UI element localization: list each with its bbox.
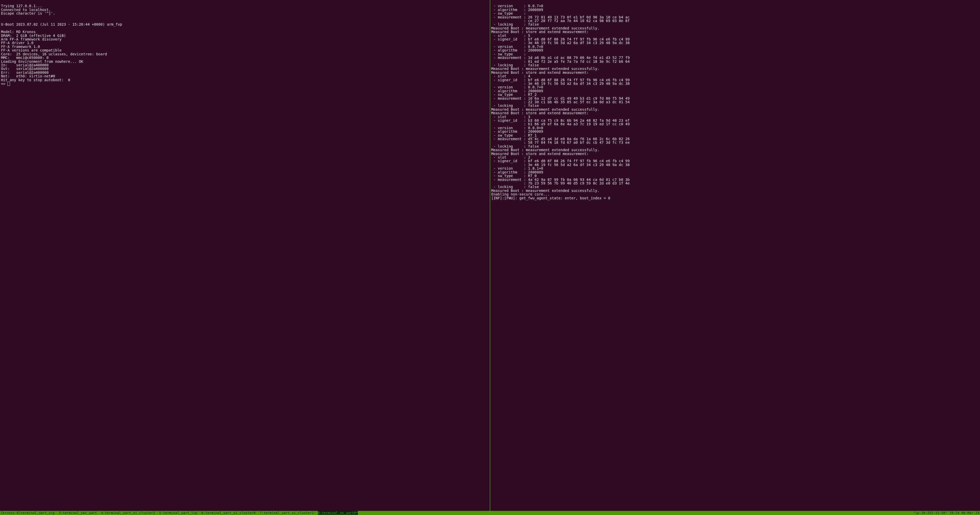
right-terminal-pane[interactable]: - version : 0.0.7+0 - algorithm : 200000… — [490, 0, 980, 511]
statusbar-left: [kronos-0]<erminal_uart_scp 3:terminal_s… — [0, 511, 358, 515]
session-name[interactable]: [kronos-0] — [0, 511, 21, 515]
clock: 19:24 06-Mar-24 — [950, 511, 980, 515]
tmux-statusbar[interactable]: [kronos-0]<erminal_uart_scp 3:terminal_s… — [0, 511, 980, 515]
cursor — [8, 82, 10, 86]
active-window[interactable]: 8:terminal_ns_uart0* — [318, 511, 358, 515]
tmux-screen: Trying 127.0.0.1... Connected to localho… — [0, 0, 980, 515]
pane-container: Trying 127.0.0.1... Connected to localho… — [0, 0, 980, 511]
prompt-text: => — [1, 82, 8, 86]
window-list-prefix[interactable]: <erminal_uart_scp 3:terminal_sec_uart 4:… — [21, 511, 318, 515]
right-terminal-output: - version : 0.0.7+0 - algorithm : 200000… — [491, 4, 979, 200]
hostname: "ip-10-252-32-50" — [913, 511, 947, 515]
statusbar-right: "ip-10-252-32-50" 19:24 06-Mar-24 — [913, 511, 980, 515]
uboot-prompt[interactable]: => — [1, 82, 10, 86]
left-terminal-output: Trying 127.0.0.1... Connected to localho… — [1, 4, 489, 82]
left-terminal-pane[interactable]: Trying 127.0.0.1... Connected to localho… — [0, 0, 490, 511]
